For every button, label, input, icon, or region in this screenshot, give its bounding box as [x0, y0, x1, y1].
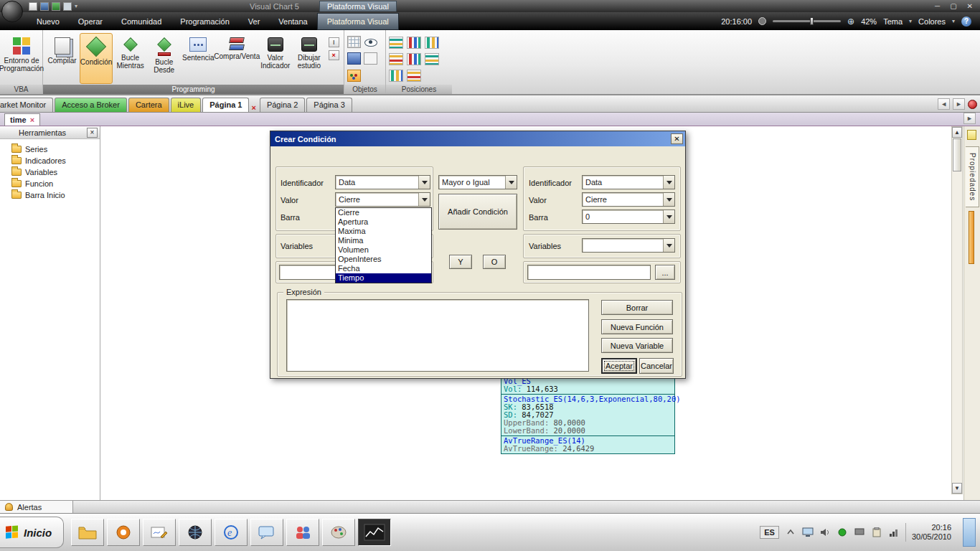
zoom-slider[interactable] — [773, 20, 841, 22]
dropdown-option-volumen[interactable]: Volumen — [336, 245, 431, 255]
chevron-down-icon[interactable] — [418, 193, 430, 206]
globe-icon[interactable]: ⊕ — [847, 17, 854, 27]
operator-select[interactable]: Mayor o Igual — [438, 175, 517, 189]
scrollbar-thumb[interactable] — [953, 138, 961, 171]
posiciones-icon-3[interactable] — [425, 37, 439, 49]
dropdown-option-openinteres[interactable]: OpenInteres — [336, 255, 431, 264]
variables-select-right[interactable] — [582, 238, 675, 253]
tema-chevron-icon[interactable]: ▾ — [909, 18, 912, 24]
tab-scroll-right-icon[interactable]: ► — [953, 98, 965, 110]
window-object-icon[interactable] — [347, 52, 361, 65]
tab-pagina-1[interactable]: Página 1 — [202, 98, 249, 112]
close-icon[interactable]: ✕ — [967, 2, 973, 10]
aceptar-button[interactable]: Aceptar — [601, 358, 637, 374]
menu-comunidad[interactable]: Comunidad — [112, 14, 171, 29]
propiedades-tab[interactable]: Propiedades — [966, 146, 979, 207]
internet-explorer-icon[interactable]: e — [215, 519, 248, 546]
panel-close-icon[interactable]: × — [87, 128, 98, 138]
entorno-programacion-button[interactable]: Entorno de Programación — [3, 33, 40, 84]
notes-icon[interactable] — [967, 130, 976, 140]
posiciones-icon-5[interactable] — [407, 53, 421, 65]
identificador-select-left[interactable]: Data — [335, 175, 430, 189]
grid-icon[interactable] — [63, 2, 72, 11]
media-player-icon[interactable] — [107, 519, 140, 546]
chevron-down-icon[interactable] — [663, 239, 674, 252]
tab-close-icon[interactable]: × — [250, 100, 258, 112]
tab-ilive[interactable]: iLive — [171, 98, 202, 112]
o-button[interactable]: O — [483, 255, 506, 269]
alarm-icon[interactable] — [758, 17, 766, 25]
sentencia-button[interactable]: Sentencia — [182, 33, 215, 84]
record-status-icon[interactable] — [968, 100, 977, 109]
dialog-titlebar[interactable]: Crear Condición ✕ — [270, 131, 685, 146]
tab-pagina-3[interactable]: Página 3 — [306, 98, 352, 112]
chevron-down-icon[interactable] — [418, 176, 430, 189]
chevron-down-icon[interactable] — [505, 176, 517, 189]
tab-time[interactable]: time × — [4, 113, 40, 126]
menu-ventana[interactable]: Ventana — [269, 14, 316, 29]
table-grid-icon[interactable] — [347, 36, 361, 48]
dropdown-option-cierre[interactable]: Cierre — [336, 208, 431, 217]
compilar-button[interactable]: Compilar — [46, 33, 78, 84]
new-page-icon[interactable] — [29, 2, 37, 11]
tree-item-indicadores[interactable]: Indicadores — [0, 155, 100, 166]
dropdown-option-apertura[interactable]: Apertura — [336, 217, 431, 227]
tab-scroll-left-icon[interactable]: ◄ — [938, 98, 950, 110]
eye-icon[interactable] — [364, 36, 377, 48]
posiciones-icon-7[interactable] — [389, 70, 403, 82]
chart-app-icon[interactable] — [358, 519, 391, 546]
help-icon[interactable]: ? — [961, 17, 971, 27]
arrow-up-tray-icon[interactable] — [785, 527, 796, 538]
tree-item-barra-inicio[interactable]: Barra Inicio — [0, 189, 100, 201]
menu-programacion[interactable]: Programación — [171, 14, 238, 29]
dropdown-option-tiempo[interactable]: Tiempo — [336, 273, 431, 283]
nueva-funcion-button[interactable]: Nueva Función — [601, 319, 673, 334]
display-icon[interactable] — [802, 527, 814, 538]
anadir-condicion-button[interactable]: Añadir Condición — [438, 194, 517, 230]
barra-select-right[interactable]: 0 — [582, 209, 675, 224]
borrar-button[interactable]: Borrar — [601, 300, 673, 315]
users-icon[interactable] — [286, 519, 319, 546]
scroll-down-icon[interactable]: ▼ — [952, 483, 962, 494]
dropdown-option-fecha[interactable]: Fecha — [336, 264, 431, 273]
compra-venta-button[interactable]: Compra/Venta — [216, 33, 258, 84]
colores-menu[interactable]: Colores — [918, 17, 946, 26]
doc-tab-close-icon[interactable]: × — [30, 116, 34, 124]
bucle-desde-button[interactable]: Bucle Desde — [148, 33, 180, 84]
posiciones-icon-2[interactable] — [407, 37, 421, 49]
tree-item-series[interactable]: Series — [0, 143, 100, 155]
network-icon[interactable] — [179, 519, 212, 546]
posiciones-icon-8[interactable] — [407, 70, 421, 82]
clipboard-icon[interactable] — [871, 527, 882, 538]
paint-icon[interactable] — [322, 519, 355, 546]
dropdown-option-minima[interactable]: Minima — [336, 236, 431, 245]
volume-icon[interactable] — [819, 527, 831, 538]
cancelar-button[interactable]: Cancelar — [639, 358, 674, 374]
tema-menu[interactable]: Tema — [883, 17, 903, 26]
posiciones-icon-1[interactable] — [389, 37, 403, 49]
nueva-variable-button[interactable]: Nueva Variable — [601, 338, 673, 353]
valor-select-left[interactable]: Cierre — [335, 192, 430, 207]
chevron-down-icon[interactable] — [663, 210, 674, 223]
tree-item-variables[interactable]: Variables — [0, 166, 100, 178]
identificador-select-right[interactable]: Data — [582, 175, 675, 189]
posiciones-icon-4[interactable] — [389, 53, 403, 65]
tab-pagina-2[interactable]: Página 2 — [260, 98, 305, 112]
alertas-tab[interactable]: Alertas — [0, 501, 73, 513]
tray-clock[interactable]: 20:16 30/05/2010 — [905, 523, 957, 542]
show-desktop-button[interactable] — [963, 518, 976, 547]
chevron-down-icon[interactable] — [663, 193, 674, 206]
dropdown-option-maxima[interactable]: Maxima — [336, 227, 431, 236]
app-menu-orb-icon[interactable] — [1, 1, 23, 22]
tab-cartera[interactable]: Cartera — [128, 98, 169, 112]
tab-acceso-broker[interactable]: Acceso a Broker — [55, 98, 127, 112]
vertical-scrollbar[interactable]: ▲ ▼ — [951, 126, 963, 494]
dialog-close-icon[interactable]: ✕ — [671, 133, 683, 144]
palette-object-icon[interactable] — [347, 70, 361, 82]
monitor2-icon[interactable] — [854, 527, 865, 538]
chart-icon[interactable] — [52, 2, 60, 11]
signature-icon[interactable] — [143, 519, 176, 546]
signal-icon[interactable] — [888, 527, 900, 538]
bucle-mientras-button[interactable]: Bucle Mientras — [114, 33, 146, 84]
tree-item-funcion[interactable]: Funcion — [0, 178, 100, 189]
